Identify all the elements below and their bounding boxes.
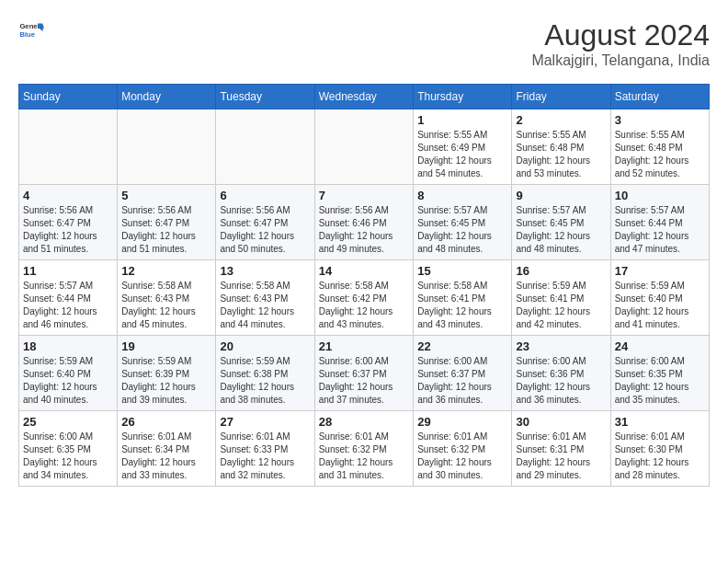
day-info: Sunrise: 6:00 AM Sunset: 6:37 PM Dayligh… <box>417 355 507 407</box>
weekday-header: Tuesday <box>216 85 314 109</box>
day-number: 17 <box>615 264 705 278</box>
svg-text:Blue: Blue <box>19 30 35 39</box>
page-subtitle: Malkajgiri, Telangana, India <box>531 52 710 69</box>
day-info: Sunrise: 5:55 AM Sunset: 6:48 PM Dayligh… <box>615 129 705 180</box>
weekday-header: Sunday <box>19 85 118 109</box>
day-number: 10 <box>615 189 705 202</box>
calendar-cell: 2Sunrise: 5:55 AM Sunset: 6:48 PM Daylig… <box>512 109 610 185</box>
calendar-cell: 26Sunrise: 6:01 AM Sunset: 6:34 PM Dayli… <box>118 411 216 487</box>
page-title: August 2024 <box>531 18 710 52</box>
day-number: 12 <box>121 264 211 278</box>
calendar-cell: 25Sunrise: 6:00 AM Sunset: 6:35 PM Dayli… <box>19 411 118 487</box>
day-number: 5 <box>121 189 211 202</box>
calendar-cell <box>118 109 216 185</box>
day-info: Sunrise: 5:57 AM Sunset: 6:44 PM Dayligh… <box>23 280 113 331</box>
day-info: Sunrise: 5:59 AM Sunset: 6:38 PM Dayligh… <box>220 355 310 407</box>
calendar-cell: 12Sunrise: 5:58 AM Sunset: 6:43 PM Dayli… <box>118 260 216 336</box>
calendar-week-row: 25Sunrise: 6:00 AM Sunset: 6:35 PM Dayli… <box>19 411 710 487</box>
calendar-table: SundayMondayTuesdayWednesdayThursdayFrid… <box>18 84 710 487</box>
day-info: Sunrise: 5:58 AM Sunset: 6:43 PM Dayligh… <box>121 280 211 331</box>
day-number: 1 <box>417 113 507 127</box>
weekday-header: Wednesday <box>314 85 414 109</box>
day-info: Sunrise: 6:01 AM Sunset: 6:30 PM Dayligh… <box>615 431 705 482</box>
calendar-cell: 20Sunrise: 5:59 AM Sunset: 6:38 PM Dayli… <box>216 336 314 411</box>
calendar-cell <box>314 109 414 185</box>
day-number: 23 <box>516 339 606 353</box>
day-info: Sunrise: 5:56 AM Sunset: 6:47 PM Dayligh… <box>121 204 211 256</box>
calendar-cell: 22Sunrise: 6:00 AM Sunset: 6:37 PM Dayli… <box>414 336 512 411</box>
calendar-cell: 27Sunrise: 6:01 AM Sunset: 6:33 PM Dayli… <box>216 411 314 487</box>
day-number: 3 <box>615 113 705 127</box>
day-info: Sunrise: 6:00 AM Sunset: 6:35 PM Dayligh… <box>615 355 705 407</box>
weekday-header: Monday <box>118 85 216 109</box>
day-number: 27 <box>220 415 310 429</box>
calendar-cell: 15Sunrise: 5:58 AM Sunset: 6:41 PM Dayli… <box>414 260 512 336</box>
weekday-header: Friday <box>512 85 610 109</box>
calendar-cell: 31Sunrise: 6:01 AM Sunset: 6:30 PM Dayli… <box>610 411 709 487</box>
day-number: 21 <box>319 339 410 353</box>
day-info: Sunrise: 5:58 AM Sunset: 6:42 PM Dayligh… <box>319 280 410 331</box>
day-number: 29 <box>417 415 507 429</box>
day-info: Sunrise: 5:56 AM Sunset: 6:47 PM Dayligh… <box>23 204 113 256</box>
calendar-cell: 1Sunrise: 5:55 AM Sunset: 6:49 PM Daylig… <box>414 109 512 185</box>
calendar-cell <box>19 109 118 185</box>
calendar-cell <box>216 109 314 185</box>
calendar-cell: 19Sunrise: 5:59 AM Sunset: 6:39 PM Dayli… <box>118 336 216 411</box>
day-info: Sunrise: 5:57 AM Sunset: 6:45 PM Dayligh… <box>516 204 606 256</box>
day-info: Sunrise: 6:01 AM Sunset: 6:33 PM Dayligh… <box>220 431 310 482</box>
calendar-cell: 21Sunrise: 6:00 AM Sunset: 6:37 PM Dayli… <box>314 336 414 411</box>
day-number: 20 <box>220 339 310 353</box>
day-number: 15 <box>417 264 507 278</box>
day-info: Sunrise: 5:58 AM Sunset: 6:43 PM Dayligh… <box>220 280 310 331</box>
calendar-cell: 17Sunrise: 5:59 AM Sunset: 6:40 PM Dayli… <box>610 260 709 336</box>
day-info: Sunrise: 6:00 AM Sunset: 6:35 PM Dayligh… <box>23 431 113 482</box>
day-number: 7 <box>319 189 410 202</box>
day-info: Sunrise: 5:59 AM Sunset: 6:41 PM Dayligh… <box>516 280 606 331</box>
calendar-week-row: 4Sunrise: 5:56 AM Sunset: 6:47 PM Daylig… <box>19 185 710 260</box>
day-number: 4 <box>23 189 113 202</box>
calendar-cell: 5Sunrise: 5:56 AM Sunset: 6:47 PM Daylig… <box>118 185 216 260</box>
day-number: 24 <box>615 339 705 353</box>
day-info: Sunrise: 5:57 AM Sunset: 6:45 PM Dayligh… <box>417 204 507 256</box>
day-number: 14 <box>319 264 410 278</box>
day-info: Sunrise: 6:01 AM Sunset: 6:32 PM Dayligh… <box>417 431 507 482</box>
day-number: 28 <box>319 415 410 429</box>
calendar-week-row: 18Sunrise: 5:59 AM Sunset: 6:40 PM Dayli… <box>19 336 710 411</box>
calendar-cell: 28Sunrise: 6:01 AM Sunset: 6:32 PM Dayli… <box>314 411 414 487</box>
calendar-cell: 23Sunrise: 6:00 AM Sunset: 6:36 PM Dayli… <box>512 336 610 411</box>
day-info: Sunrise: 6:01 AM Sunset: 6:34 PM Dayligh… <box>121 431 211 482</box>
day-number: 9 <box>516 189 606 202</box>
day-info: Sunrise: 6:01 AM Sunset: 6:31 PM Dayligh… <box>516 431 606 482</box>
logo: General Blue <box>18 18 44 44</box>
page-header: General Blue August 2024 Malkajgiri, Tel… <box>18 18 710 69</box>
day-info: Sunrise: 5:59 AM Sunset: 6:40 PM Dayligh… <box>615 280 705 331</box>
day-info: Sunrise: 5:56 AM Sunset: 6:46 PM Dayligh… <box>319 204 410 256</box>
calendar-week-row: 11Sunrise: 5:57 AM Sunset: 6:44 PM Dayli… <box>19 260 710 336</box>
day-number: 8 <box>417 189 507 202</box>
calendar-cell: 16Sunrise: 5:59 AM Sunset: 6:41 PM Dayli… <box>512 260 610 336</box>
day-number: 13 <box>220 264 310 278</box>
calendar-cell: 4Sunrise: 5:56 AM Sunset: 6:47 PM Daylig… <box>19 185 118 260</box>
weekday-header-row: SundayMondayTuesdayWednesdayThursdayFrid… <box>19 85 710 109</box>
logo-icon: General Blue <box>18 18 44 44</box>
day-info: Sunrise: 5:58 AM Sunset: 6:41 PM Dayligh… <box>417 280 507 331</box>
calendar-week-row: 1Sunrise: 5:55 AM Sunset: 6:49 PM Daylig… <box>19 109 710 185</box>
day-number: 22 <box>417 339 507 353</box>
day-number: 25 <box>23 415 113 429</box>
day-info: Sunrise: 5:55 AM Sunset: 6:48 PM Dayligh… <box>516 129 606 180</box>
calendar-cell: 9Sunrise: 5:57 AM Sunset: 6:45 PM Daylig… <box>512 185 610 260</box>
day-number: 18 <box>23 339 113 353</box>
calendar-cell: 29Sunrise: 6:01 AM Sunset: 6:32 PM Dayli… <box>414 411 512 487</box>
day-number: 11 <box>23 264 113 278</box>
day-number: 30 <box>516 415 606 429</box>
calendar-cell: 30Sunrise: 6:01 AM Sunset: 6:31 PM Dayli… <box>512 411 610 487</box>
calendar-cell: 13Sunrise: 5:58 AM Sunset: 6:43 PM Dayli… <box>216 260 314 336</box>
day-info: Sunrise: 5:56 AM Sunset: 6:47 PM Dayligh… <box>220 204 310 256</box>
calendar-cell: 14Sunrise: 5:58 AM Sunset: 6:42 PM Dayli… <box>314 260 414 336</box>
calendar-cell: 8Sunrise: 5:57 AM Sunset: 6:45 PM Daylig… <box>414 185 512 260</box>
day-number: 6 <box>220 189 310 202</box>
calendar-cell: 7Sunrise: 5:56 AM Sunset: 6:46 PM Daylig… <box>314 185 414 260</box>
day-info: Sunrise: 6:00 AM Sunset: 6:37 PM Dayligh… <box>319 355 410 407</box>
calendar-cell: 18Sunrise: 5:59 AM Sunset: 6:40 PM Dayli… <box>19 336 118 411</box>
day-number: 16 <box>516 264 606 278</box>
